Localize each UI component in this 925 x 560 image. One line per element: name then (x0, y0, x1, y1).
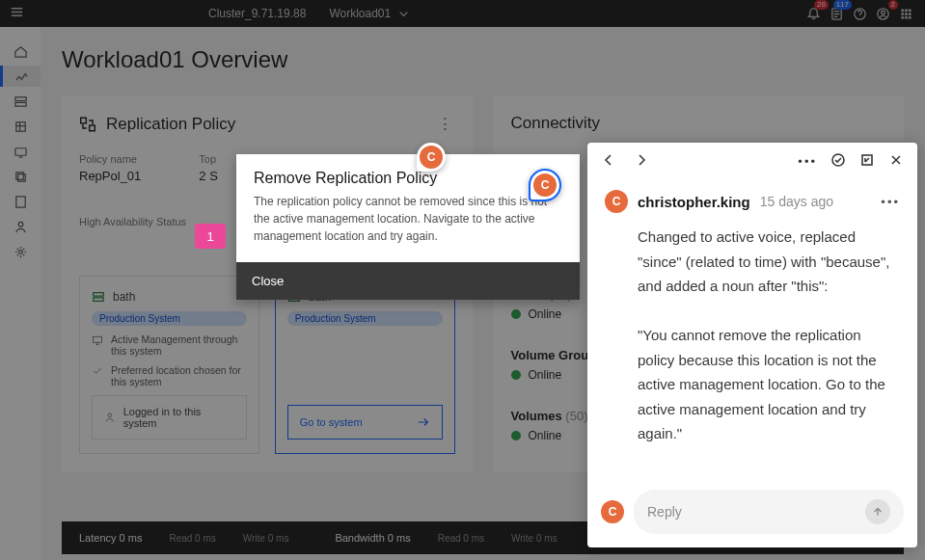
comment-more-icon[interactable]: ••• (798, 154, 817, 169)
comment-avatar: C (605, 190, 628, 213)
reply-placeholder: Reply (647, 504, 682, 520)
comment-time: 15 days ago (760, 194, 833, 209)
comment-user: christopher.king (638, 194, 750, 210)
annotation-marker-1[interactable]: 1 (195, 224, 226, 249)
comment-next-icon[interactable] (634, 152, 649, 171)
reply-avatar: C (601, 500, 624, 523)
comment-close-icon[interactable] (888, 152, 904, 171)
pin-avatar-initial: C (533, 173, 557, 197)
comment-para1: Changed to active voice, replaced "since… (638, 228, 889, 294)
comment-detach-icon[interactable] (859, 152, 875, 171)
comment-item-menu-icon[interactable]: ••• (881, 195, 900, 209)
remove-policy-modal: Remove Replication Policy The replicatio… (236, 154, 580, 300)
pin-avatar-initial: C (420, 146, 443, 169)
reply-send-icon[interactable] (865, 499, 890, 524)
modal-body: The replication policy cannot be removed… (236, 193, 580, 262)
comment-pin-a[interactable]: C (417, 143, 446, 172)
comment-resolve-icon[interactable] (830, 152, 846, 171)
comment-panel: ••• C christopher.king 15 days ago ••• C… (587, 143, 917, 547)
comment-text: Changed to active voice, replaced "since… (605, 225, 900, 446)
comment-pin-b[interactable]: C (529, 169, 561, 201)
modal-close-button[interactable]: Close (236, 262, 580, 300)
reply-input[interactable]: Reply (634, 490, 904, 534)
comment-prev-icon[interactable] (601, 152, 616, 171)
comment-para2: "You cannot remove the replication polic… (638, 327, 885, 441)
